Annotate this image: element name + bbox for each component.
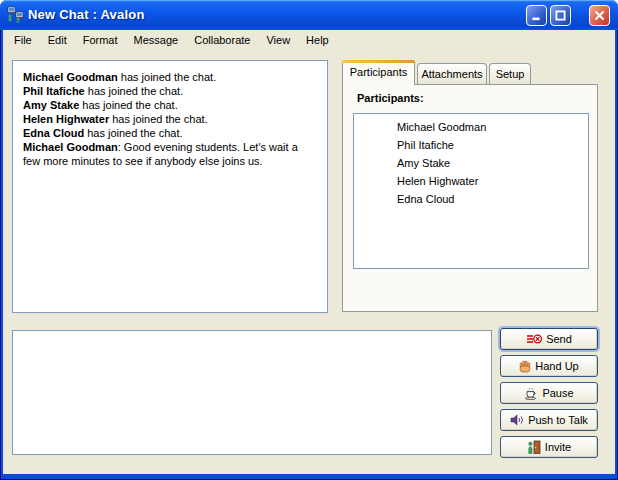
sender-name: Michael Goodman bbox=[23, 141, 118, 153]
message-text: has joined the chat. bbox=[79, 99, 177, 111]
push-to-talk-button[interactable]: Push to Talk bbox=[500, 409, 598, 431]
message-text: has joined the chat. bbox=[109, 113, 207, 125]
message-text: has joined the chat. bbox=[84, 127, 182, 139]
message-text: has joined the chat. bbox=[85, 85, 183, 97]
chat-message: Michael Goodman has joined the chat. bbox=[23, 70, 317, 84]
chat-message: Michael Goodman: Good evening students. … bbox=[23, 140, 317, 168]
participant-item[interactable]: Amy Stake bbox=[354, 154, 588, 172]
button-label: Invite bbox=[545, 441, 571, 453]
window-title: New Chat : Avalon bbox=[28, 7, 145, 22]
tab-attachments[interactable]: Attachments bbox=[417, 63, 487, 84]
close-button[interactable] bbox=[589, 5, 610, 26]
maximize-icon bbox=[554, 9, 567, 22]
screenshot-stage: New Chat : Avalon File Edit Format bbox=[0, 0, 618, 480]
button-label: Hand Up bbox=[535, 360, 578, 372]
sender-name: Michael Goodman bbox=[23, 71, 118, 83]
button-label: Pause bbox=[542, 387, 573, 399]
speaker-icon bbox=[510, 414, 524, 426]
send-button[interactable]: Send bbox=[500, 328, 598, 350]
invite-button[interactable]: Invite bbox=[500, 436, 598, 458]
close-icon bbox=[593, 9, 606, 22]
chat-history[interactable]: Michael Goodman has joined the chat. Phi… bbox=[12, 60, 328, 313]
chat-message: Edna Cloud has joined the chat. bbox=[23, 126, 317, 140]
chat-message: Helen Highwater has joined the chat. bbox=[23, 112, 317, 126]
sender-name: Helen Highwater bbox=[23, 113, 109, 125]
button-label: Send bbox=[546, 333, 572, 345]
app-window: New Chat : Avalon File Edit Format bbox=[0, 0, 618, 480]
chat-message: Amy Stake has joined the chat. bbox=[23, 98, 317, 112]
hand-up-button[interactable]: Hand Up bbox=[500, 355, 598, 377]
menu-collaborate[interactable]: Collaborate bbox=[186, 30, 258, 51]
message-input[interactable] bbox=[12, 330, 492, 455]
participant-item[interactable]: Edna Cloud bbox=[354, 190, 588, 208]
message-text: has joined the chat. bbox=[118, 71, 216, 83]
menu-format[interactable]: Format bbox=[75, 30, 126, 51]
title-bar[interactable]: New Chat : Avalon bbox=[0, 0, 618, 30]
send-icon bbox=[526, 333, 542, 345]
chat-collaboration-icon bbox=[7, 6, 24, 23]
sender-name: Phil Itafiche bbox=[23, 85, 85, 97]
menu-file[interactable]: File bbox=[6, 30, 40, 51]
button-label: Push to Talk bbox=[528, 414, 588, 426]
participant-item[interactable]: Phil Itafiche bbox=[354, 136, 588, 154]
maximize-button[interactable] bbox=[550, 5, 571, 26]
menu-edit[interactable]: Edit bbox=[40, 30, 75, 51]
tab-participants[interactable]: Participants bbox=[342, 60, 415, 85]
participant-item[interactable]: Michael Goodman bbox=[354, 118, 588, 136]
tab-setup[interactable]: Setup bbox=[489, 63, 531, 84]
participant-item[interactable]: Helen Highwater bbox=[354, 172, 588, 190]
menu-bar: File Edit Format Message Collaborate Vie… bbox=[3, 30, 615, 51]
chat-message: Phil Itafiche has joined the chat. bbox=[23, 84, 317, 98]
participants-panel: Participants: Michael Goodman Phil Itafi… bbox=[342, 84, 598, 312]
menu-view[interactable]: View bbox=[258, 30, 298, 51]
menu-help[interactable]: Help bbox=[298, 30, 337, 51]
pause-button[interactable]: Pause bbox=[500, 382, 598, 404]
person-door-icon bbox=[527, 440, 541, 454]
minimize-button[interactable] bbox=[526, 5, 547, 26]
menu-message[interactable]: Message bbox=[126, 30, 187, 51]
raised-hand-icon bbox=[519, 360, 531, 373]
sender-name: Amy Stake bbox=[23, 99, 79, 111]
sender-name: Edna Cloud bbox=[23, 127, 84, 139]
participants-heading: Participants: bbox=[357, 92, 424, 104]
coffee-cup-icon bbox=[524, 387, 538, 400]
participants-list[interactable]: Michael Goodman Phil Itafiche Amy Stake … bbox=[353, 113, 589, 269]
minimize-icon bbox=[530, 9, 543, 22]
